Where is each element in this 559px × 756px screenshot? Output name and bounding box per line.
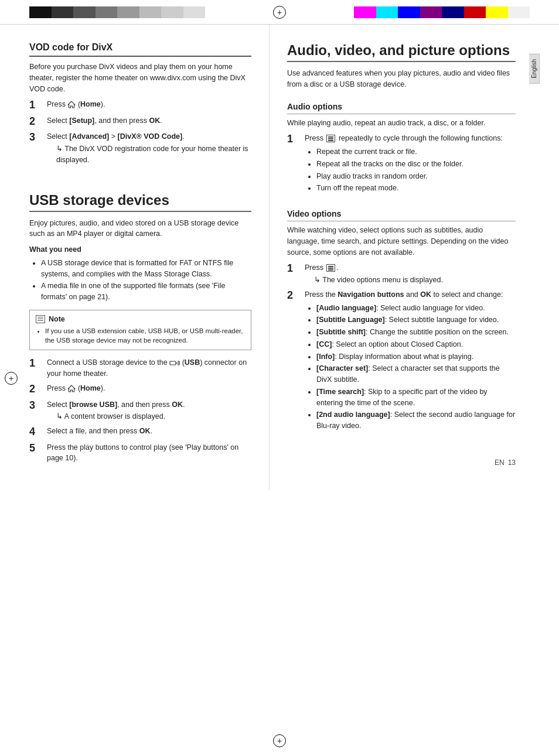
audio-options-intro: While playing audio, repeat an audio tra…	[287, 118, 516, 129]
audio-opt-2: Repeat all the tracks on the disc or the…	[316, 159, 516, 170]
video-opt-3: [Subtitle shift]: Change the subtitle po…	[316, 327, 516, 338]
usb-step-1: 1 Connect a USB storage device to the	[29, 357, 251, 379]
what-you-need-label: What you need	[29, 244, 251, 255]
page-footer: EN 13	[495, 459, 516, 467]
note-header: Note	[36, 315, 245, 323]
video-step-1: 1 Press . The video options menu is disp…	[287, 262, 516, 286]
vod-step-3: 3 Select [Advanced] > [DivX® VOD Code]. …	[29, 131, 251, 165]
svg-marker-6	[68, 385, 75, 392]
english-tab: English	[529, 54, 540, 84]
usb-connector-icon	[169, 357, 180, 368]
usb-section: USB storage devices Enjoy pictures, audi…	[29, 192, 251, 464]
color-bar-r7	[486, 6, 508, 18]
audio-options-section: Audio options While playing audio, repea…	[287, 102, 516, 198]
video-steps: 1 Press . The video options menu is disp…	[287, 262, 516, 435]
reg-mark-top-center: +	[273, 6, 286, 19]
vod-intro: Before you purchase DivX videos and play…	[29, 61, 251, 94]
right-column: English Audio, video, and picture option…	[270, 25, 539, 490]
audio-opt-1: Repeat the current track or file.	[316, 146, 516, 158]
svg-rect-1	[170, 361, 176, 365]
color-bar-r3	[398, 6, 420, 18]
video-opt-6: [Character set]: Select a character set …	[316, 363, 516, 385]
color-bar-8	[183, 6, 206, 18]
audio-opt-3: Play audio tracks in random order.	[316, 171, 516, 182]
vod-steps: 1 Press (Home). 2 Select [Setup], and th…	[29, 99, 251, 165]
note-list: If you use a USB extension cable, USB HU…	[36, 326, 245, 345]
note-label: Note	[49, 315, 65, 323]
color-bar-1	[29, 6, 52, 18]
video-opt-1: [Audio language]: Select audio language …	[316, 303, 516, 314]
color-bar-r1	[354, 6, 376, 18]
video-opt-2: [Subtitle Language]: Select subtitle lan…	[316, 314, 516, 326]
usb-req-1: A USB storage device that is formatted f…	[41, 258, 251, 280]
footer-page: 13	[508, 459, 516, 467]
top-header: +	[0, 0, 559, 25]
video-opt-4: [CC]: Select an option about Closed Capt…	[316, 339, 516, 350]
usb-step-4: 4 Select a file, and then press OK.	[29, 426, 251, 439]
note-item-1: If you use a USB extension cable, USB HU…	[45, 326, 245, 345]
usb-intro: Enjoy pictures, audio, and video stored …	[29, 218, 251, 240]
vod-step-1: 1 Press (Home).	[29, 99, 251, 112]
avp-title: Audio, video, and picture options	[287, 42, 516, 62]
usb-note-box: Note If you use a USB extension cable, U…	[29, 310, 251, 350]
usb-step-2: 2 Press (Home).	[29, 383, 251, 396]
right-color-bars	[354, 6, 530, 18]
vod-section: VOD code for DivX Before you purchase Di…	[29, 42, 251, 177]
audio-steps: 1 Press repeatedly to cycle through the …	[287, 133, 516, 197]
color-bar-r4	[420, 6, 442, 18]
usb-steps: 1 Connect a USB storage device to the	[29, 357, 251, 464]
video-opt-8: [2nd audio language]: Select the second …	[316, 409, 516, 432]
home-icon	[67, 100, 77, 108]
color-bar-r6	[464, 6, 486, 18]
video-step-1-arrow: The video options menu is displayed.	[305, 275, 516, 286]
color-bar-5	[117, 6, 139, 18]
video-options-bullets: [Audio language]: Select audio language …	[305, 303, 516, 432]
usb-req-2: A media file in one of the supported fil…	[41, 280, 251, 303]
reg-mark-left-center: +	[5, 372, 18, 385]
vod-title: VOD code for DivX	[29, 42, 251, 57]
video-opt-5: [Info]: Display information about what i…	[316, 351, 516, 362]
color-bar-3	[73, 6, 96, 18]
left-column: VOD code for DivX Before you purchase Di…	[0, 25, 270, 490]
vod-step-3-arrow: The DivX VOD registration code for your …	[47, 143, 251, 166]
color-bar-r5	[442, 6, 464, 18]
color-bar-6	[139, 6, 162, 18]
usb-step-5: 5 Press the play buttons to control play…	[29, 442, 251, 464]
video-step-2: 2 Press the Navigation buttons and OK to…	[287, 289, 516, 435]
video-options-title: Video options	[287, 209, 516, 221]
home-icon-2	[67, 384, 77, 392]
video-options-intro: While watching video, select options suc…	[287, 225, 516, 258]
audio-step-1: 1 Press repeatedly to cycle through the …	[287, 133, 516, 197]
audio-options-title: Audio options	[287, 102, 516, 114]
color-bar-2	[52, 6, 74, 18]
menu-icon-inline	[326, 135, 335, 142]
usb-step-3-arrow: A content browser is displayed.	[47, 411, 251, 422]
audio-opt-4: Turn off the repeat mode.	[316, 183, 516, 194]
avp-section: Audio, video, and picture options Use ad…	[287, 42, 516, 90]
main-content: VOD code for DivX Before you purchase Di…	[0, 25, 559, 490]
color-bar-4	[96, 6, 118, 18]
color-bar-r2	[376, 6, 398, 18]
menu-icon-inline-2	[326, 264, 335, 272]
color-bar-7	[161, 6, 183, 18]
reg-mark-bottom-center: +	[273, 734, 286, 747]
left-color-bars	[29, 6, 205, 18]
note-menu-icon	[36, 315, 45, 323]
video-options-section: Video options While watching video, sele…	[287, 209, 516, 435]
usb-requirements: A USB storage device that is formatted f…	[29, 258, 251, 303]
color-bar-r8	[508, 6, 530, 18]
vod-step-2: 2 Select [Setup], and then press OK.	[29, 115, 251, 128]
footer-lang: EN	[495, 459, 505, 467]
usb-title: USB storage devices	[29, 192, 251, 212]
avp-intro: Use advanced features when you play pict…	[287, 68, 516, 90]
audio-options-bullets: Repeat the current track or file. Repeat…	[305, 146, 516, 194]
svg-marker-0	[68, 101, 75, 108]
video-opt-7: [Time search]: Skip to a specific part o…	[316, 386, 516, 409]
usb-step-3: 3 Select [browse USB], and then press OK…	[29, 399, 251, 423]
